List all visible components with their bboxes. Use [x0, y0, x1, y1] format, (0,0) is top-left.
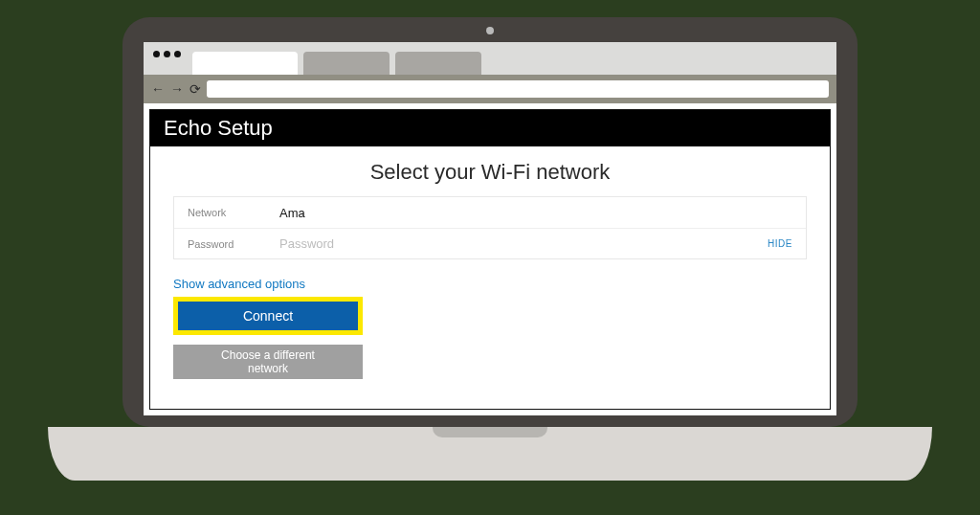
- address-bar: ← → ⟳: [144, 75, 836, 103]
- page-content: Echo Setup Select your Wi-Fi network Net…: [144, 103, 836, 415]
- refresh-icon[interactable]: ⟳: [189, 81, 201, 97]
- main-area: Select your Wi-Fi network Network Ama Pa…: [150, 146, 830, 379]
- page-title: Echo Setup: [150, 110, 830, 146]
- laptop-notch: [433, 427, 547, 437]
- camera-icon: [486, 27, 494, 34]
- url-input[interactable]: [207, 80, 829, 98]
- network-label: Network: [188, 207, 255, 218]
- window-controls[interactable]: [151, 42, 187, 75]
- wifi-form: Network Ama Password Password HIDE: [173, 196, 807, 259]
- back-icon[interactable]: ←: [151, 81, 165, 97]
- connect-highlight: Connect: [173, 297, 363, 335]
- dot-icon: [164, 51, 170, 57]
- tab-inactive[interactable]: [395, 52, 481, 75]
- forward-icon[interactable]: →: [170, 81, 184, 97]
- tab-active[interactable]: [192, 52, 298, 75]
- dot-icon: [174, 51, 181, 57]
- page-heading: Select your Wi-Fi network: [173, 160, 807, 185]
- tab-inactive[interactable]: [303, 52, 390, 75]
- laptop-base: [48, 427, 932, 481]
- app-frame: Echo Setup Select your Wi-Fi network Net…: [149, 109, 831, 410]
- password-label: Password: [188, 238, 255, 250]
- tab-bar: [144, 42, 836, 75]
- advanced-options-link[interactable]: Show advanced options: [173, 277, 807, 291]
- dot-icon: [153, 51, 160, 57]
- laptop-frame: ← → ⟳ Echo Setup Select your Wi-Fi netwo…: [122, 17, 858, 427]
- network-row[interactable]: Network Ama: [174, 197, 806, 228]
- password-row[interactable]: Password Password HIDE: [174, 228, 806, 258]
- browser-window: ← → ⟳ Echo Setup Select your Wi-Fi netwo…: [144, 42, 836, 415]
- connect-button[interactable]: Connect: [178, 302, 358, 330]
- network-value: Ama: [279, 206, 792, 220]
- hide-toggle[interactable]: HIDE: [768, 238, 792, 249]
- password-input[interactable]: Password: [279, 236, 743, 251]
- choose-different-network-button[interactable]: Choose a different network: [173, 345, 363, 379]
